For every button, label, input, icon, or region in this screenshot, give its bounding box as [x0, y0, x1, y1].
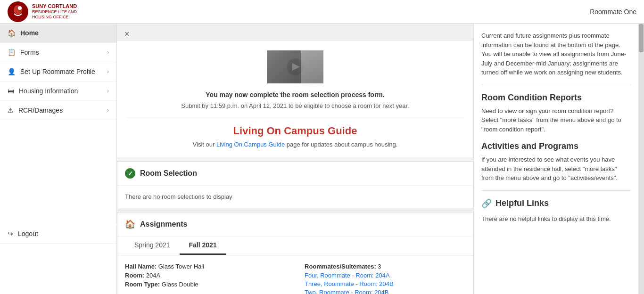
sidebar-item-roommate-profile[interactable]: 👤 Set Up Roommate Profile › [0, 62, 116, 82]
assignments-tabs: Spring 2021 Fall 2021 [117, 237, 473, 255]
right-divider-2 [481, 190, 631, 191]
video-thumbnail[interactable] [267, 50, 323, 83]
content-top: × [117, 24, 473, 41]
notice-section: You may now complete the room selection … [117, 41, 473, 157]
sidebar: 🏠 Home 📋 Forms › 👤 Set Up Roommate Profi… [0, 24, 117, 294]
check-icon: ✓ [125, 168, 135, 179]
helpful-links-empty: There are no helpful links to display at… [481, 214, 631, 224]
divider [126, 117, 464, 117]
main-content: × You may now complete the room selectio… [117, 24, 473, 294]
campus-guide-title: Living On Campus Guide [126, 125, 464, 137]
room-type-row: Room Type: Glass Double [125, 281, 286, 288]
sidebar-item-label: Home [20, 29, 39, 37]
topbar: SUNY CORTLAND RESIDENCE LIFE ANDHOUSING … [0, 0, 644, 24]
warning-icon: ⚠ [8, 106, 14, 114]
logo-area: SUNY CORTLAND RESIDENCE LIFE ANDHOUSING … [8, 1, 77, 22]
roommates-count: 3 [378, 263, 381, 270]
home-icon: 🏠 [8, 29, 16, 37]
hall-name-row: Hall Name: Glass Tower Hall [125, 263, 286, 270]
assignments-section: 🏠 Assignments Spring 2021 Fall 2021 Hall… [117, 212, 473, 294]
assignments-home-icon: 🏠 [125, 219, 135, 229]
assignment-col-right: Roommates/Suitemates: 3 Four, Roommate -… [305, 263, 465, 294]
content-area: × You may now complete the room selectio… [117, 24, 644, 294]
scrollbar-thumb[interactable] [639, 24, 644, 52]
roommates-label: Roommates/Suitemates: [305, 263, 376, 270]
user-name: Roommate One [590, 8, 636, 16]
room-type-value: Glass Double [162, 281, 198, 288]
sidebar-item-label: Forms [20, 49, 39, 56]
room-selection-body: There are no room selections to display [117, 186, 473, 208]
activities-title: Activities and Programs [481, 141, 631, 151]
tab-spring-2021[interactable]: Spring 2021 [125, 237, 180, 255]
sidebar-item-label: Housing Information [19, 87, 78, 95]
svg-point-2 [18, 6, 22, 10]
campus-guide-text: Visit our Living On Campus Guide page fo… [126, 141, 464, 148]
sidebar-item-label: Set Up Roommate Profile [20, 68, 95, 75]
campus-guide-text-before: Visit our [193, 141, 216, 148]
main-layout: 🏠 Home 📋 Forms › 👤 Set Up Roommate Profi… [0, 24, 644, 294]
roommate-link-2[interactable]: Three, Roommate - Room: 204B [305, 280, 465, 287]
logo-text: SUNY CORTLAND RESIDENCE LIFE ANDHOUSING … [32, 3, 77, 20]
assignment-info-text: Current and future assignments plus room… [481, 31, 631, 77]
logout-button[interactable]: ↪ Logout [0, 224, 116, 244]
assignments-title: Assignments [140, 220, 187, 229]
scrollbar[interactable] [638, 24, 644, 294]
campus-guide-text-after: page for updates about campus housing. [285, 141, 397, 148]
hall-name-label: Hall Name: [125, 263, 157, 270]
roommate-icon: 👤 [8, 68, 16, 75]
chevron-right-icon: › [107, 68, 109, 75]
assignment-grid: Hall Name: Glass Tower Hall Room: 204A R… [117, 255, 473, 294]
activities-text: If you are interested to see what events… [481, 155, 631, 183]
logout-label: Logout [18, 230, 38, 237]
room-value: 204A [146, 272, 160, 279]
assignments-header: 🏠 Assignments [117, 212, 473, 237]
campus-guide-link[interactable]: Living On Campus Guide [216, 141, 285, 148]
room-selection-empty: There are no room selections to display [125, 193, 232, 200]
room-row: Room: 204A [125, 272, 286, 279]
helpful-links-title: Helpful Links [495, 198, 549, 208]
dept-name: RESIDENCE LIFE ANDHOUSING OFFICE [32, 9, 77, 20]
room-selection-title: Room Selection [140, 169, 197, 178]
roommate-link-3[interactable]: Two, Roommate - Room: 204B [305, 289, 465, 294]
hall-name-value: Glass Tower Hall [158, 263, 204, 270]
logo-icon [8, 1, 28, 22]
school-name: SUNY CORTLAND [32, 3, 77, 9]
tab-fall-2021-label: Fall 2021 [189, 241, 217, 249]
forms-icon: 📋 [8, 49, 16, 56]
sidebar-item-home[interactable]: 🏠 Home [0, 24, 116, 43]
right-panel: Current and future assignments plus room… [473, 24, 638, 294]
sidebar-item-label: RCR/Damages [18, 106, 63, 114]
notice-subtitle: Submit by 11:59 p.m. on April 12, 2021 t… [126, 102, 464, 109]
room-type-label: Room Type: [125, 281, 160, 288]
room-condition-title: Room Condition Reports [481, 93, 631, 103]
room-selection-section: ✓ Room Selection There are no room selec… [117, 161, 473, 208]
bed-icon: 🛏 [8, 87, 14, 95]
helpful-links-header: 🔗 Helpful Links [481, 198, 631, 209]
chevron-right-icon: › [107, 107, 109, 114]
notice-title: You may now complete the room selection … [126, 91, 464, 98]
roommates-row: Roommates/Suitemates: 3 [305, 263, 465, 270]
sidebar-item-forms[interactable]: 📋 Forms › [0, 43, 116, 62]
link-icon: 🔗 [481, 198, 492, 209]
right-divider-1 [481, 85, 631, 85]
sidebar-item-rcr[interactable]: ⚠ RCR/Damages › [0, 101, 116, 120]
room-label: Room: [125, 272, 144, 279]
logout-icon: ↪ [8, 230, 13, 237]
tab-spring-2021-label: Spring 2021 [134, 241, 170, 249]
sidebar-item-housing-info[interactable]: 🛏 Housing Information › [0, 82, 116, 101]
assignment-col-left: Hall Name: Glass Tower Hall Room: 204A R… [125, 263, 286, 294]
close-button[interactable]: × [121, 27, 133, 41]
tab-fall-2021[interactable]: Fall 2021 [180, 237, 226, 255]
roommate-link-1[interactable]: Four, Roommate - Room: 204A [305, 272, 465, 279]
room-condition-text: Need to view or sign your room condition… [481, 106, 631, 134]
chevron-right-icon: › [107, 88, 109, 94]
room-selection-header: ✓ Room Selection [117, 162, 473, 186]
chevron-right-icon: › [107, 49, 109, 56]
